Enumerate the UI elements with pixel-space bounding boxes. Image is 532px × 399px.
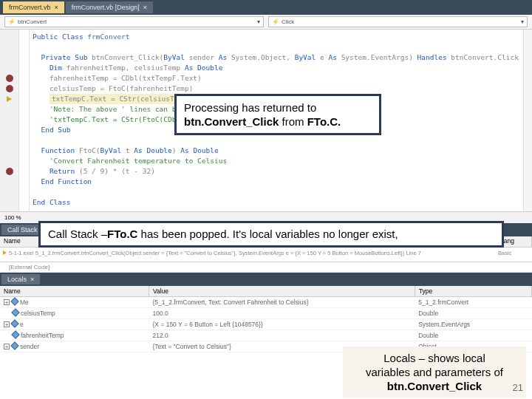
annotation-processing-returned: Processing has returned to btn.Convert_C… bbox=[174, 94, 381, 135]
tab-frmconvert-vb[interactable]: frmConvert.vb × bbox=[3, 1, 64, 13]
current-statement-highlight: txtTempC.Text = CStr(celsiusTemp) bbox=[50, 94, 194, 104]
tab-label: Locals bbox=[7, 276, 27, 283]
callstack-frame-text: 5-1-1.exe! 5_1_2.frmConvert.btnConvert_C… bbox=[9, 250, 496, 256]
locals-tab-strip: Locals × bbox=[0, 273, 532, 286]
zoom-value: 100 % bbox=[4, 214, 21, 221]
tab-label: frmConvert.vb bbox=[9, 4, 51, 11]
slide-number: 21 bbox=[513, 382, 523, 393]
locals-col-name[interactable]: Name bbox=[0, 286, 149, 297]
tab-label: frmConvert.vb [Design] bbox=[72, 4, 140, 11]
locals-panel[interactable]: Name Value Type +Me {5_1_2.frmConvert, T… bbox=[0, 286, 532, 352]
expand-icon[interactable]: + bbox=[4, 299, 10, 305]
chevron-down-icon: ▾ bbox=[521, 18, 524, 25]
current-line-arrow-icon bbox=[7, 96, 12, 102]
expand-icon[interactable]: + bbox=[4, 321, 10, 327]
close-icon[interactable]: × bbox=[55, 4, 58, 11]
variable-icon bbox=[10, 297, 18, 305]
variable-icon bbox=[11, 308, 19, 316]
breakpoint-gutter[interactable] bbox=[0, 30, 19, 211]
variable-icon bbox=[10, 341, 18, 349]
annotation-callstack: Call Stack –FTo.C has been popped. It's … bbox=[38, 221, 504, 248]
breakpoint-icon[interactable] bbox=[6, 85, 13, 92]
breakpoint-icon[interactable] bbox=[6, 75, 13, 82]
annotation-locals: Locals – shows local variables and param… bbox=[343, 347, 526, 398]
document-tab-strip: frmConvert.vb × frmConvert.vb [Design] × bbox=[0, 0, 532, 15]
locals-grid: Name Value Type +Me {5_1_2.frmConvert, T… bbox=[0, 286, 532, 352]
close-icon[interactable]: × bbox=[30, 276, 34, 283]
callstack-frame-lang: Basic bbox=[498, 250, 529, 256]
expand-icon[interactable]: + bbox=[4, 344, 10, 349]
tab-label: Call Stack bbox=[7, 226, 38, 233]
callstack-row[interactable]: 5-1-1.exe! 5_1_2.frmConvert.btnConvert_C… bbox=[0, 248, 532, 258]
callstack-body[interactable]: 5-1-1.exe! 5_1_2.frmConvert.btnConvert_C… bbox=[0, 248, 532, 262]
locals-col-value[interactable]: Value bbox=[149, 286, 415, 297]
callstack-external-code[interactable]: [External Code] bbox=[0, 262, 532, 273]
breakpoint-icon[interactable] bbox=[6, 168, 13, 175]
method-dropdown-value: Click bbox=[282, 18, 294, 25]
lightning-icon: ⚡ bbox=[8, 18, 16, 25]
outline-collapse-gutter[interactable] bbox=[19, 30, 30, 211]
method-dropdown[interactable]: ⚡ Click ▾ bbox=[268, 16, 528, 27]
scroll-marker-column[interactable] bbox=[523, 30, 532, 211]
locals-row[interactable]: fahrenheitTemp 212.0 Double bbox=[0, 330, 532, 341]
locals-row[interactable]: +e {X = 150 Y = 6 Button = Left {1048576… bbox=[0, 319, 532, 330]
class-dropdown[interactable]: ⚡ btnConvert ▾ bbox=[4, 16, 264, 27]
chevron-down-icon: ▾ bbox=[257, 18, 260, 25]
locals-col-type[interactable]: Type bbox=[415, 286, 531, 297]
class-dropdown-value: btnConvert bbox=[18, 18, 47, 25]
tab-frmconvert-design[interactable]: frmConvert.vb [Design] × bbox=[66, 1, 153, 13]
locals-row[interactable]: +Me {5_1_2.frmConvert, Text: Convert Fah… bbox=[0, 297, 532, 308]
variable-icon bbox=[10, 319, 18, 327]
current-frame-arrow-icon bbox=[3, 250, 7, 255]
locals-row[interactable]: celsiusTemp 100.0 Double bbox=[0, 308, 532, 319]
variable-icon bbox=[11, 330, 19, 338]
member-nav-bar: ⚡ btnConvert ▾ ⚡ Click ▾ bbox=[0, 15, 532, 30]
close-icon[interactable]: × bbox=[143, 4, 147, 11]
tab-locals[interactable]: Locals × bbox=[1, 274, 40, 284]
lightning-icon: ⚡ bbox=[272, 18, 279, 25]
